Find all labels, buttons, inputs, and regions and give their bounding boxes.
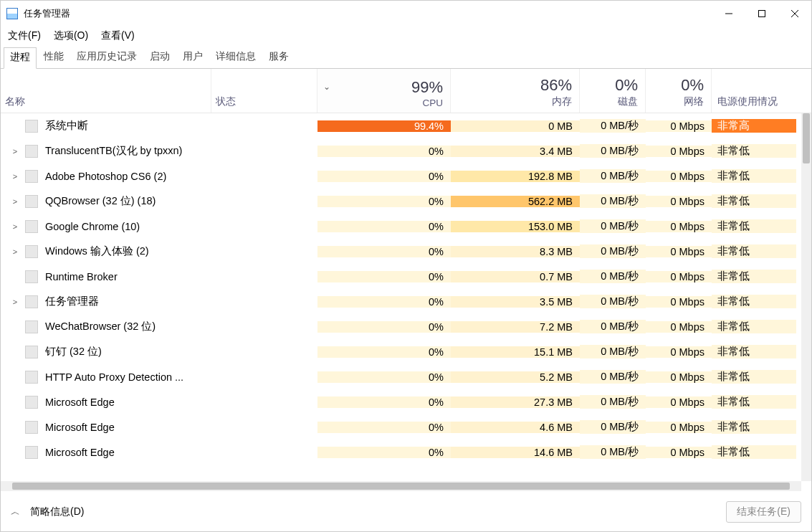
process-name-cell: >TranslucentTB(汉化 by tpxxn) xyxy=(1,144,317,158)
process-name-cell: Microsoft Edge xyxy=(1,446,317,459)
process-row[interactable]: >Adobe Photoshop CS6 (2)0%192.8 MB0 MB/秒… xyxy=(1,163,811,189)
scrollbar-thumb[interactable] xyxy=(12,483,790,490)
process-name-cell: >Google Chrome (10) xyxy=(1,220,317,233)
process-memory: 153.0 MB xyxy=(451,221,580,232)
process-row[interactable]: >Windows 输入体验 (2)0%8.3 MB0 MB/秒0 Mbps非常低 xyxy=(1,239,811,264)
process-icon xyxy=(25,270,38,283)
tab-1[interactable]: 性能 xyxy=(38,47,70,69)
end-task-button[interactable]: 结束任务(E) xyxy=(726,501,801,523)
process-power: 非常低 xyxy=(712,194,796,208)
menu-file[interactable]: 文件(F) xyxy=(8,29,41,42)
process-row[interactable]: Runtime Broker0%0.7 MB0 MB/秒0 Mbps非常低 xyxy=(1,264,811,289)
process-memory: 0 MB xyxy=(451,120,580,132)
process-cpu: 0% xyxy=(317,221,451,232)
fewer-details-link[interactable]: 简略信息(D) xyxy=(30,505,84,518)
process-name-cell: >QQBrowser (32 位) (18) xyxy=(1,194,317,208)
process-network: 0 Mbps xyxy=(646,321,712,333)
expand-icon[interactable]: > xyxy=(11,172,19,181)
titlebar: 任务管理器 xyxy=(1,1,811,27)
process-disk: 0 MB/秒 xyxy=(580,295,646,308)
process-power: 非常低 xyxy=(712,144,796,158)
process-memory: 5.2 MB xyxy=(451,371,580,383)
window-title: 任务管理器 xyxy=(24,7,70,20)
tab-6[interactable]: 服务 xyxy=(263,47,295,69)
process-network: 0 Mbps xyxy=(646,371,712,383)
process-row[interactable]: >Google Chrome (10)0%153.0 MB0 MB/秒0 Mbp… xyxy=(1,214,811,239)
tab-3[interactable]: 启动 xyxy=(144,47,176,69)
column-header-network[interactable]: 0% 网络 xyxy=(646,69,712,113)
process-row[interactable]: 钉钉 (32 位)0%15.1 MB0 MB/秒0 Mbps非常低 xyxy=(1,339,811,364)
process-disk: 0 MB/秒 xyxy=(580,219,646,233)
chevron-down-icon: ⌄ xyxy=(323,82,330,92)
tabs: 进程性能应用历史记录启动用户详细信息服务 xyxy=(1,47,811,69)
process-name: Microsoft Edge xyxy=(45,447,115,458)
tab-2[interactable]: 应用历史记录 xyxy=(71,47,143,69)
column-header-status[interactable]: 状态 xyxy=(211,69,317,113)
process-disk: 0 MB/秒 xyxy=(580,370,646,384)
process-list[interactable]: 系统中断99.4%0 MB0 MB/秒0 Mbps非常高>Translucent… xyxy=(1,113,811,481)
process-memory: 0.7 MB xyxy=(451,271,580,282)
process-name-cell: WeChatBrowser (32 位) xyxy=(1,320,317,333)
process-row[interactable]: HTTP Auto Proxy Detection ...0%5.2 MB0 M… xyxy=(1,364,811,389)
maximize-button[interactable] xyxy=(745,1,778,27)
process-row[interactable]: Microsoft Edge0%4.6 MB0 MB/秒0 Mbps非常低 xyxy=(1,414,811,440)
column-header-cpu[interactable]: ⌄ 99% CPU xyxy=(317,69,451,113)
process-icon xyxy=(25,295,38,308)
process-name-cell: >Adobe Photoshop CS6 (2) xyxy=(1,170,317,183)
process-name-cell: Runtime Broker xyxy=(1,270,317,283)
process-row[interactable]: Microsoft Edge0%14.6 MB0 MB/秒0 Mbps非常低 xyxy=(1,440,811,465)
chevron-up-icon[interactable]: ︿ xyxy=(11,505,20,518)
process-network: 0 Mbps xyxy=(646,396,712,408)
process-cpu: 0% xyxy=(317,346,451,358)
process-row[interactable]: >TranslucentTB(汉化 by tpxxn)0%3.4 MB0 MB/… xyxy=(1,138,811,163)
process-cpu: 0% xyxy=(317,321,451,333)
process-row[interactable]: >QQBrowser (32 位) (18)0%562.2 MB0 MB/秒0 … xyxy=(1,189,811,214)
expand-icon[interactable]: > xyxy=(11,247,19,256)
expand-icon[interactable]: > xyxy=(11,298,19,306)
minimize-button[interactable] xyxy=(712,1,745,27)
process-memory: 3.5 MB xyxy=(451,296,580,308)
process-disk: 0 MB/秒 xyxy=(580,194,646,208)
tab-0[interactable]: 进程 xyxy=(4,47,37,69)
tab-4[interactable]: 用户 xyxy=(177,47,209,69)
process-power: 非常低 xyxy=(712,345,796,358)
process-row[interactable]: 系统中断99.4%0 MB0 MB/秒0 Mbps非常高 xyxy=(1,113,811,138)
process-row[interactable]: >任务管理器0%3.5 MB0 MB/秒0 Mbps非常低 xyxy=(1,289,811,314)
process-network: 0 Mbps xyxy=(646,271,712,282)
process-disk: 0 MB/秒 xyxy=(580,169,646,183)
process-network: 0 Mbps xyxy=(646,346,712,358)
app-icon xyxy=(6,8,18,19)
process-icon xyxy=(25,220,38,233)
process-memory: 14.6 MB xyxy=(451,447,580,458)
expand-icon[interactable]: > xyxy=(11,222,19,231)
process-name: QQBrowser (32 位) (18) xyxy=(45,194,156,208)
expand-icon[interactable]: > xyxy=(11,197,19,206)
tab-5[interactable]: 详细信息 xyxy=(210,47,262,69)
process-power: 非常低 xyxy=(712,270,796,283)
column-header-memory[interactable]: 86% 内存 xyxy=(451,69,580,113)
vertical-scrollbar[interactable] xyxy=(801,113,811,481)
process-row[interactable]: Microsoft Edge0%27.3 MB0 MB/秒0 Mbps非常低 xyxy=(1,389,811,414)
process-name-cell: HTTP Auto Proxy Detection ... xyxy=(1,371,317,384)
process-icon xyxy=(25,120,38,133)
process-name-cell: >任务管理器 xyxy=(1,295,317,308)
process-cpu: 0% xyxy=(317,296,451,308)
column-header-disk[interactable]: 0% 磁盘 xyxy=(580,69,646,113)
process-power: 非常低 xyxy=(712,320,796,333)
close-button[interactable] xyxy=(778,1,811,27)
svg-rect-1 xyxy=(759,11,765,17)
process-memory: 192.8 MB xyxy=(451,171,580,182)
process-cpu: 99.4% xyxy=(317,120,451,132)
process-memory: 7.2 MB xyxy=(451,321,580,333)
scrollbar-thumb[interactable] xyxy=(803,113,810,163)
process-row[interactable]: WeChatBrowser (32 位)0%7.2 MB0 MB/秒0 Mbps… xyxy=(1,314,811,339)
expand-icon[interactable]: > xyxy=(11,147,19,156)
menu-options[interactable]: 选项(O) xyxy=(54,29,88,42)
process-power: 非常低 xyxy=(712,395,796,409)
column-header-power[interactable]: 电源使用情况 xyxy=(712,69,798,113)
column-header-name[interactable]: 名称 xyxy=(1,69,211,113)
process-cpu: 0% xyxy=(317,171,451,182)
horizontal-scrollbar[interactable] xyxy=(1,481,801,491)
menu-view[interactable]: 查看(V) xyxy=(101,29,135,42)
process-name: Windows 输入体验 (2) xyxy=(45,244,149,258)
